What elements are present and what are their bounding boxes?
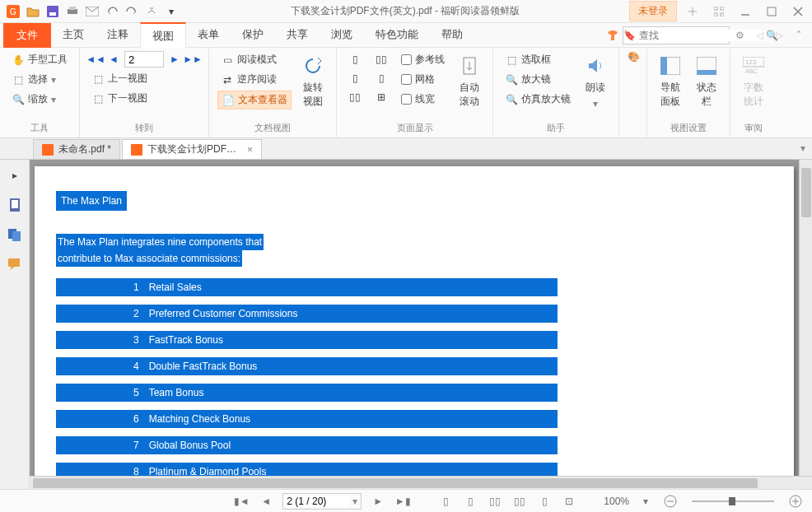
select-tool[interactable]: ⬚选择▾ xyxy=(8,71,71,88)
zoom-in-icon[interactable] xyxy=(787,493,804,510)
item-number: 5 xyxy=(58,387,139,398)
vertical-scrollbar[interactable] xyxy=(799,160,812,489)
layout5-button[interactable]: ▯ xyxy=(371,70,391,86)
read-aloud-button[interactable]: 朗读▾ xyxy=(581,51,610,119)
search-box[interactable]: 🔖 🔍 xyxy=(623,26,730,44)
sb-page-dropdown-icon[interactable]: ▾ xyxy=(349,496,361,507)
print-icon[interactable] xyxy=(64,3,81,20)
vscroll-thumb[interactable] xyxy=(801,168,811,217)
layout1-button[interactable]: ▯ xyxy=(345,51,365,67)
page-input[interactable] xyxy=(124,51,164,67)
email-icon[interactable] xyxy=(84,3,100,20)
sb-single-icon[interactable]: ▯ xyxy=(437,493,454,510)
prev-page-button[interactable]: ◄ xyxy=(106,52,121,67)
menu-共享[interactable]: 共享 xyxy=(275,22,320,49)
menu-注释[interactable]: 注释 xyxy=(96,22,140,49)
sb-cover-icon[interactable]: ▯ xyxy=(536,493,553,510)
ribbon-toggle-icon[interactable] xyxy=(682,2,703,21)
linewidth-checkbox[interactable] xyxy=(401,94,412,105)
marquee-button[interactable]: ⬚选取框 xyxy=(502,51,574,68)
undo-icon[interactable] xyxy=(104,3,120,20)
linewidth-toggle[interactable]: 线宽 xyxy=(398,91,448,108)
pages-panel-icon[interactable] xyxy=(6,226,24,244)
layout3-button[interactable]: ▯▯ xyxy=(345,89,365,105)
grid-checkbox[interactable] xyxy=(401,74,412,85)
bookmark-panel-icon[interactable] xyxy=(6,196,24,214)
comments-panel-icon[interactable] xyxy=(6,255,24,273)
redo-icon[interactable] xyxy=(124,3,140,20)
hand-tool[interactable]: ✋手型工具 xyxy=(8,51,71,68)
document-tab[interactable]: 下载奖金计划PDF文...× xyxy=(122,139,262,159)
ruler-checkbox[interactable] xyxy=(401,54,412,65)
next-page-button[interactable]: ► xyxy=(167,52,182,67)
wordcount-button[interactable]: 123ABC字数 统计 xyxy=(739,51,768,119)
layout2-button[interactable]: ▯ xyxy=(345,70,365,86)
open-icon[interactable] xyxy=(25,3,41,20)
layout6-button[interactable]: ⊞ xyxy=(371,89,391,105)
skin-icon[interactable] xyxy=(603,26,623,45)
sb-next-page-icon[interactable]: ► xyxy=(370,493,386,510)
nav-panel-button[interactable]: 导航 面板 xyxy=(656,51,685,119)
menu-file[interactable]: 文件 xyxy=(3,23,51,48)
menu-浏览[interactable]: 浏览 xyxy=(320,22,364,49)
svg-rect-14 xyxy=(660,57,667,75)
menu-视图[interactable]: 视图 xyxy=(140,22,186,49)
sb-first-page-icon[interactable]: ▮◄ xyxy=(233,493,250,510)
color-tool-icon[interactable]: 🎨 xyxy=(628,51,640,63)
layout4-button[interactable]: ▯▯ xyxy=(371,51,391,67)
qat-dropdown2-icon[interactable]: ▾ xyxy=(163,3,180,20)
menu-帮助[interactable]: 帮助 xyxy=(430,22,474,49)
gear-icon[interactable]: ⚙ xyxy=(730,26,749,45)
menu-保护[interactable]: 保护 xyxy=(231,22,275,49)
tab-close-icon[interactable]: × xyxy=(247,144,253,156)
tab-dropdown-icon[interactable]: ▾ xyxy=(800,142,805,154)
loupe-button[interactable]: 🔍仿真放大镜 xyxy=(502,91,574,108)
magnifier-button[interactable]: 🔍放大镜 xyxy=(502,71,574,88)
ribbon-collapse-icon[interactable]: ˄ xyxy=(789,26,809,45)
rotate-view-button[interactable]: 旋转 视图 xyxy=(298,51,328,119)
prev-view-button[interactable]: ⬚上一视图 xyxy=(88,70,200,87)
ruler-toggle[interactable]: 参考线 xyxy=(398,51,448,68)
autoscroll-button[interactable]: 自动 滚动 xyxy=(455,51,484,119)
menu-表单[interactable]: 表单 xyxy=(186,22,231,49)
last-page-button[interactable]: ►► xyxy=(185,52,200,67)
sidebar-expand-icon[interactable]: ▸ xyxy=(6,166,24,184)
login-button[interactable]: 未登录 xyxy=(629,1,677,21)
sb-facing-icon[interactable]: ▯▯ xyxy=(487,493,503,510)
first-page-button[interactable]: ◄◄ xyxy=(88,52,103,67)
sb-cont-icon[interactable]: ▯ xyxy=(462,493,478,510)
hscroll-thumb[interactable] xyxy=(33,478,758,488)
document-viewport[interactable]: The Max Plan The Max Plan integrates nin… xyxy=(30,160,812,489)
status-bar-button[interactable]: 状态 栏 xyxy=(692,51,721,119)
zoom-tool[interactable]: 🔍缩放▾ xyxy=(8,91,71,108)
next-view-button[interactable]: ⬚下一视图 xyxy=(88,90,200,107)
zoom-knob[interactable] xyxy=(729,497,735,505)
zoom-dropdown-icon[interactable]: ▾ xyxy=(637,493,654,510)
fullscreen-icon[interactable] xyxy=(708,2,730,21)
close-icon[interactable] xyxy=(787,2,809,21)
qat-dropdown-icon[interactable] xyxy=(143,3,160,20)
zoom-slider[interactable] xyxy=(692,500,774,502)
zoom-out-icon[interactable] xyxy=(662,493,679,510)
list-item: 1Retail Sales xyxy=(56,278,558,296)
minimize-icon[interactable] xyxy=(735,2,756,21)
sb-last-page-icon[interactable]: ►▮ xyxy=(394,493,411,510)
sb-prev-page-icon[interactable]: ◄ xyxy=(258,493,274,510)
find-next-icon[interactable]: ▷ xyxy=(769,26,789,45)
reverse-read-button[interactable]: ⇄逆序阅读 xyxy=(217,71,292,88)
text-viewer-button[interactable]: 📄文本查看器 xyxy=(217,91,292,109)
find-prev-icon[interactable]: ◁ xyxy=(749,26,769,45)
horizontal-scrollbar[interactable] xyxy=(30,476,812,489)
document-tab[interactable]: 未命名.pdf * xyxy=(33,139,120,159)
sb-page-input[interactable] xyxy=(283,496,349,507)
sb-contfacing-icon[interactable]: ▯▯ xyxy=(511,493,528,510)
sb-page-box[interactable]: ▾ xyxy=(282,493,362,510)
sb-fit-icon[interactable]: ⊡ xyxy=(561,493,577,510)
menu-主页[interactable]: 主页 xyxy=(51,22,96,49)
menu-特色功能[interactable]: 特色功能 xyxy=(364,22,430,49)
grid-toggle[interactable]: 网格 xyxy=(398,71,448,88)
save-icon[interactable] xyxy=(44,3,61,20)
read-mode-button[interactable]: ▭阅读模式 xyxy=(217,51,292,68)
ribbon-group-viewset: 导航 面板 状态 栏 视图设置 xyxy=(647,48,730,137)
maximize-icon[interactable] xyxy=(761,2,782,21)
